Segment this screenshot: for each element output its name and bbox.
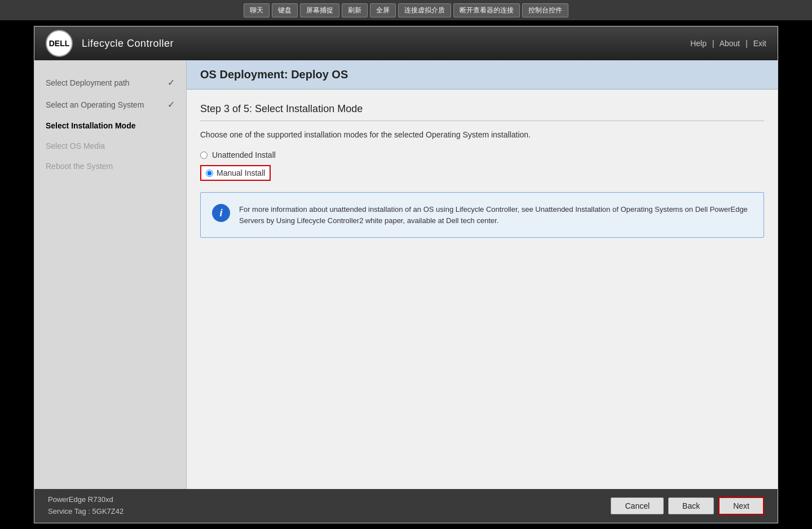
sidebar-item-reboot: Reboot the System — [34, 156, 186, 176]
device-name: PowerEdge R730xd — [48, 494, 123, 506]
header-left: DELL Lifecycle Controller — [46, 30, 174, 57]
unattended-install-radio[interactable] — [200, 152, 208, 159]
sidebar: Select Deployment path ✓ Select an Opera… — [34, 60, 187, 489]
unattended-install-label: Unattended Install — [212, 150, 276, 159]
info-text: For more information about unattended in… — [239, 204, 752, 226]
dell-logo-text: DELL — [49, 39, 70, 48]
content-body: Step 3 of 5: Select Installation Mode Ch… — [187, 90, 778, 489]
check-icon-2: ✓ — [167, 99, 175, 110]
lc-title: Lifecycle Controller — [82, 38, 174, 50]
toolbar: 聊天 键盘 屏幕捕捉 刷新 全屏 连接虚拟介质 断开查看器的连接 控制台控件 — [0, 0, 812, 20]
manual-install-label: Manual Install — [217, 168, 265, 177]
footer-info: PowerEdge R730xd Service Tag : 5GK7Z42 — [48, 494, 123, 518]
next-button[interactable]: Next — [718, 497, 764, 515]
page-title: OS Deployment: Deploy OS — [200, 68, 764, 81]
back-button[interactable]: Back — [668, 497, 714, 514]
footer-buttons: Cancel Back Next — [611, 497, 764, 515]
dell-logo: DELL — [46, 30, 73, 57]
sidebar-item-label-1: Select Deployment path — [46, 78, 130, 87]
step-description: Choose one of the supported installation… — [200, 130, 764, 139]
help-link[interactable]: Help — [690, 39, 707, 48]
check-icon-1: ✓ — [167, 77, 175, 88]
manual-install-box[interactable]: Manual Install — [200, 165, 271, 181]
toolbar-refresh-btn[interactable]: 刷新 — [342, 3, 368, 17]
sidebar-item-deployment-path[interactable]: Select Deployment path ✓ — [34, 72, 186, 94]
service-tag-label: Service Tag : — [48, 507, 90, 515]
service-tag: Service Tag : 5GK7Z42 — [48, 506, 123, 518]
step-title: Step 3 of 5: Select Installation Mode — [200, 103, 764, 115]
header-nav: Help | About | Exit — [690, 39, 766, 48]
sidebar-item-label-3: Select Installation Mode — [46, 121, 135, 130]
sidebar-item-installation-mode[interactable]: Select Installation Mode — [34, 115, 186, 136]
toolbar-connect-media-btn[interactable]: 连接虚拟介质 — [398, 3, 451, 17]
sidebar-item-label-4: Select OS Media — [46, 141, 105, 150]
info-box: i For more information about unattended … — [200, 192, 764, 238]
sep2: | — [745, 39, 748, 48]
about-link[interactable]: About — [720, 39, 740, 48]
toolbar-console-btn[interactable]: 控制台控件 — [522, 3, 568, 17]
main-content: OS Deployment: Deploy OS Step 3 of 5: Se… — [187, 60, 778, 489]
service-tag-value: 5GK7Z42 — [92, 507, 124, 515]
unattended-install-option[interactable]: Unattended Install — [200, 150, 764, 159]
sidebar-item-operating-system[interactable]: Select an Operating System ✓ — [34, 94, 186, 115]
sidebar-item-label-2: Select an Operating System — [46, 100, 144, 109]
exit-link[interactable]: Exit — [753, 39, 766, 48]
lc-header: DELL Lifecycle Controller Help | About |… — [34, 26, 778, 60]
toolbar-chat-btn[interactable]: 聊天 — [244, 3, 270, 17]
toolbar-fullscreen-btn[interactable]: 全屏 — [370, 3, 396, 17]
sep1: | — [712, 39, 714, 48]
manual-install-option[interactable]: Manual Install — [200, 165, 764, 181]
lc-body: Select Deployment path ✓ Select an Opera… — [34, 60, 778, 489]
toolbar-keyboard-btn[interactable]: 键盘 — [272, 3, 298, 17]
toolbar-screenshot-btn[interactable]: 屏幕捕捉 — [300, 3, 339, 17]
sidebar-item-label-5: Reboot the System — [46, 162, 113, 171]
lc-footer: PowerEdge R730xd Service Tag : 5GK7Z42 C… — [34, 489, 778, 523]
sidebar-item-os-media: Select OS Media — [34, 136, 186, 156]
content-header: OS Deployment: Deploy OS — [187, 60, 778, 90]
manual-install-radio[interactable] — [206, 170, 213, 177]
toolbar-disconnect-btn[interactable]: 断开查看器的连接 — [453, 3, 520, 17]
info-icon: i — [212, 204, 230, 222]
divider — [200, 121, 764, 121]
lifecycle-controller-window: DELL Lifecycle Controller Help | About |… — [34, 26, 778, 523]
cancel-button[interactable]: Cancel — [611, 497, 664, 514]
